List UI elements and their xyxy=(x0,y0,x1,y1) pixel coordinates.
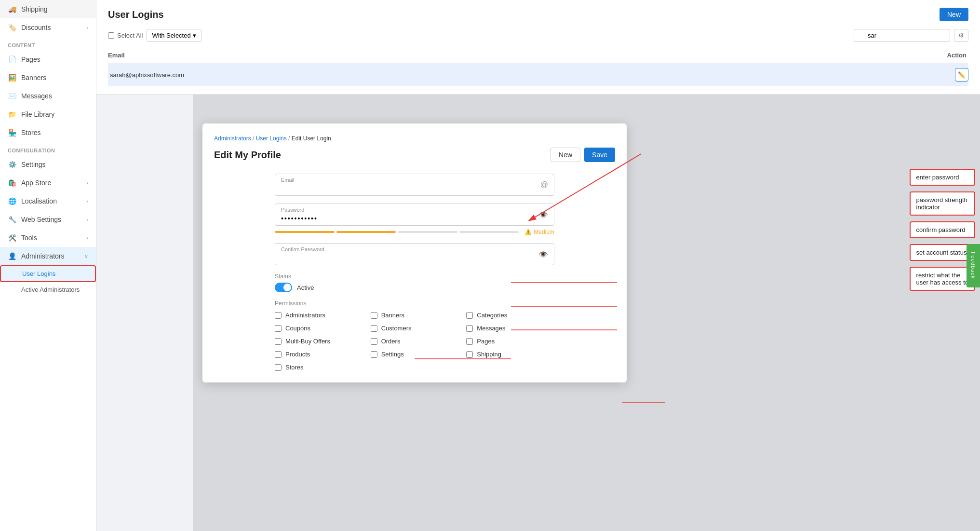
sidebar-item-banners[interactable]: 🖼️ Banners xyxy=(0,68,96,87)
sidebar-item-file-library[interactable]: 📁 File Library xyxy=(0,105,96,123)
password-strength-bar: ⚠️ Medium xyxy=(275,229,554,235)
perm-item-settings: Settings xyxy=(371,351,459,358)
sidebar-item-discounts[interactable]: 🏷️ Discounts › xyxy=(0,18,96,37)
perm-item-products: Products xyxy=(275,351,363,358)
banners-icon: 🖼️ xyxy=(8,73,16,82)
sidebar-item-administrators-label: Administrators xyxy=(21,252,64,260)
status-text: Active xyxy=(297,284,314,291)
sidebar-item-settings-label: Settings xyxy=(21,161,46,168)
pages-icon: 📄 xyxy=(8,55,16,64)
web-settings-icon: 🔧 xyxy=(8,215,16,224)
strength-seg-4 xyxy=(459,231,519,233)
sidebar-item-localisation[interactable]: 🌐 Localisation › xyxy=(0,192,96,210)
with-selected-button[interactable]: With Selected ▾ xyxy=(147,29,201,42)
email-group: Email @ xyxy=(275,174,554,196)
sidebar-item-shipping[interactable]: 🚚 Shipping xyxy=(0,0,96,18)
search-input[interactable] xyxy=(854,29,950,42)
modal-title: Edit My Profile xyxy=(214,150,281,161)
sidebar-item-web-settings[interactable]: 🔧 Web Settings › xyxy=(0,210,96,229)
perm-label-multi-buy-offers: Multi-Buy Offers xyxy=(285,338,330,345)
password-group: Password 👁️ ⚠️ Medium xyxy=(275,204,554,235)
permissions-grid: AdministratorsBannersCategoriesCouponsCu… xyxy=(275,312,554,371)
perm-checkbox-stores[interactable] xyxy=(275,364,282,371)
perm-checkbox-pages[interactable] xyxy=(466,338,473,345)
toolbar-right: 🔍 ⚙ xyxy=(854,29,968,42)
modal-actions: New Save xyxy=(550,148,615,162)
perm-label-messages: Messages xyxy=(477,325,505,332)
perm-checkbox-administrators[interactable] xyxy=(275,312,282,319)
sidebar: 🚚 Shipping 🏷️ Discounts › CONTENT 📄 Page… xyxy=(0,0,96,531)
new-button-top[interactable]: New xyxy=(940,8,968,21)
user-logins-panel: User Logins New Select All With Selected… xyxy=(96,0,980,95)
perm-label-pages: Pages xyxy=(477,338,495,345)
perm-item-categories: Categories xyxy=(466,312,554,319)
breadcrumb-current: Edit User Login xyxy=(292,135,331,142)
breadcrumb: Administrators / User Logins / Edit User… xyxy=(214,135,615,142)
sidebar-item-stores-label: Stores xyxy=(21,129,40,136)
toggle-confirm-password-icon[interactable]: 👁️ xyxy=(538,250,548,259)
password-input-wrapper: Password 👁️ xyxy=(275,204,554,226)
perm-label-settings: Settings xyxy=(381,351,404,358)
password-field[interactable] xyxy=(275,204,554,225)
gear-button[interactable]: ⚙ xyxy=(954,29,968,42)
sidebar-item-administrators[interactable]: 👤 Administrators ∨ xyxy=(0,247,96,265)
perm-item-pages: Pages xyxy=(466,338,554,345)
perm-checkbox-settings[interactable] xyxy=(371,351,377,358)
breadcrumb-user-logins[interactable]: User Logins xyxy=(256,135,287,142)
perm-checkbox-coupons[interactable] xyxy=(275,325,282,332)
modal-header: Edit My Profile New Save xyxy=(214,148,615,162)
perm-item-stores: Stores xyxy=(275,364,363,371)
email-field[interactable] xyxy=(275,174,554,195)
sidebar-sub-user-logins[interactable]: User Logins xyxy=(0,265,96,282)
sidebar-item-pages[interactable]: 📄 Pages xyxy=(0,50,96,68)
sidebar-item-tools[interactable]: 🛠️ Tools › xyxy=(0,229,96,247)
sidebar-sub-active-admins[interactable]: Active Administrators xyxy=(0,282,96,297)
sidebar-item-settings[interactable]: ⚙️ Settings xyxy=(0,155,96,174)
perm-label-coupons: Coupons xyxy=(285,325,310,332)
perm-checkbox-multi-buy-offers[interactable] xyxy=(275,338,282,345)
sidebar-item-messages[interactable]: ✉️ Messages xyxy=(0,87,96,105)
chevron-right-icon-tools: › xyxy=(86,235,88,241)
sidebar-item-banners-label: Banners xyxy=(21,74,46,82)
stores-icon: 🏪 xyxy=(8,128,16,137)
page-title: User Logins xyxy=(108,9,164,20)
email-column-header: Email xyxy=(108,52,125,59)
permissions-label: Permissions xyxy=(275,300,554,307)
select-all-checkbox[interactable] xyxy=(108,32,114,39)
status-label: Status xyxy=(275,273,554,280)
perm-checkbox-products[interactable] xyxy=(275,351,282,358)
sidebar-item-localisation-label: Localisation xyxy=(21,197,57,205)
tools-icon: 🛠️ xyxy=(8,233,16,242)
strength-label: ⚠️ Medium xyxy=(524,229,554,235)
perm-checkbox-shipping[interactable] xyxy=(466,351,473,358)
toolbar-left: Select All With Selected ▾ xyxy=(108,29,201,42)
toggle-row: Active xyxy=(275,283,554,292)
new-button-modal[interactable]: New xyxy=(550,148,580,162)
perm-checkbox-messages[interactable] xyxy=(466,325,473,332)
breadcrumb-administrators[interactable]: Administrators xyxy=(214,135,251,142)
strength-seg-1 xyxy=(275,231,335,233)
status-toggle[interactable] xyxy=(275,283,292,292)
sidebar-item-tools-label: Tools xyxy=(21,234,37,242)
app-store-icon: 🛍️ xyxy=(8,178,16,187)
sidebar-item-app-store[interactable]: 🛍️ App Store › xyxy=(0,174,96,192)
sidebar-item-app-store-label: App Store xyxy=(21,179,51,187)
save-button-modal[interactable]: Save xyxy=(584,148,615,162)
warning-icon: ⚠️ xyxy=(524,229,532,235)
perm-label-categories: Categories xyxy=(477,312,507,319)
toggle-password-icon[interactable]: 👁️ xyxy=(538,210,548,219)
select-all-label[interactable]: Select All xyxy=(108,32,143,39)
perm-checkbox-orders[interactable] xyxy=(371,338,377,345)
permissions-section: Permissions AdministratorsBannersCategor… xyxy=(275,300,554,371)
edit-row-button[interactable]: ✏️ xyxy=(955,68,968,82)
confirm-password-input-wrapper: Confirm Password 👁️ xyxy=(275,243,554,265)
perm-checkbox-categories[interactable] xyxy=(466,312,473,319)
shipping-icon: 🚚 xyxy=(8,5,16,14)
modal-overlay: Administrators / User Logins / Edit User… xyxy=(193,95,980,531)
perm-checkbox-customers[interactable] xyxy=(371,325,377,332)
sidebar-item-stores[interactable]: 🏪 Stores xyxy=(0,123,96,142)
confirm-password-group: Confirm Password 👁️ xyxy=(275,243,554,265)
perm-checkbox-banners[interactable] xyxy=(371,312,377,319)
perm-label-products: Products xyxy=(285,351,310,358)
feedback-tab[interactable]: Feedback xyxy=(967,244,980,287)
